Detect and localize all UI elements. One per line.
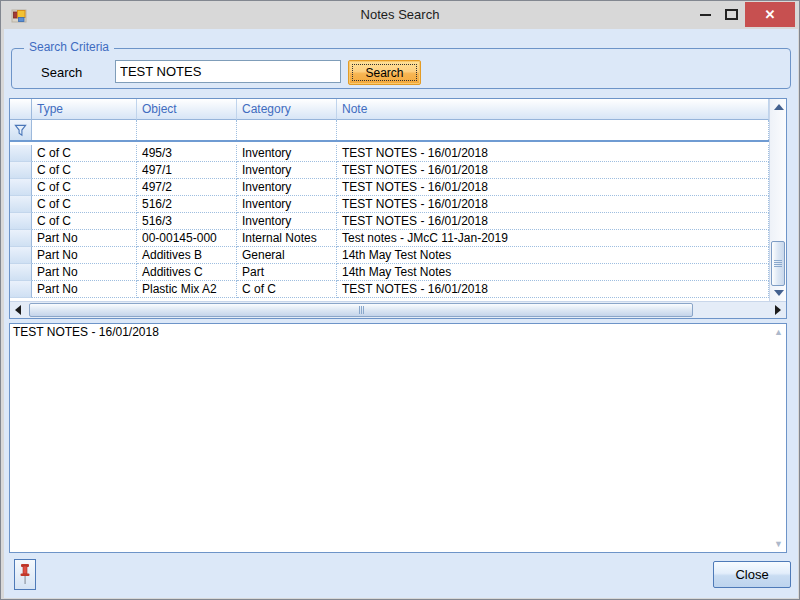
vertical-scrollbar[interactable] <box>769 99 786 301</box>
maximize-button[interactable] <box>718 1 744 27</box>
cell-category[interactable]: Inventory <box>237 213 337 230</box>
column-header-object[interactable]: Object <box>137 99 237 120</box>
cell-note[interactable]: 14th May Test Notes <box>337 247 769 264</box>
cell-type[interactable]: C of C <box>32 213 137 230</box>
filter-cell-category[interactable] <box>237 120 337 140</box>
row-selector[interactable] <box>10 179 32 196</box>
header-row-selector[interactable] <box>10 99 32 120</box>
search-button-label: Search <box>365 66 403 80</box>
cell-note[interactable]: 14th May Test Notes <box>337 264 769 281</box>
filter-cell-object[interactable] <box>137 120 237 140</box>
note-preview-text: TEST NOTES - 16/01/2018 <box>13 325 159 339</box>
cell-type[interactable]: Part No <box>32 281 137 298</box>
dialog-body: Search Criteria Search Search Type Objec… <box>4 29 798 598</box>
minimize-icon <box>700 14 711 16</box>
vertical-scroll-thumb[interactable] <box>771 241 785 286</box>
cell-note[interactable]: TEST NOTES - 16/01/2018 <box>337 179 769 196</box>
preview-scroll-up-icon[interactable]: ▲ <box>774 327 783 337</box>
scroll-right-button[interactable] <box>770 302 786 318</box>
column-header-category[interactable]: Category <box>237 99 337 120</box>
table-row[interactable]: C of C 497/1 Inventory TEST NOTES - 16/0… <box>10 162 769 179</box>
preview-scroll-down-icon[interactable]: ▼ <box>774 539 783 549</box>
grid-rows: C of C 495/3 Inventory TEST NOTES - 16/0… <box>10 145 769 298</box>
titlebar[interactable]: Notes Search ✕ <box>1 1 799 29</box>
note-preview-textarea[interactable]: TEST NOTES - 16/01/2018 ▲ ▼ <box>9 323 787 553</box>
cell-object[interactable]: Additives B <box>137 247 237 264</box>
cell-type[interactable]: C of C <box>32 145 137 162</box>
cell-type[interactable]: C of C <box>32 196 137 213</box>
cell-type[interactable]: C of C <box>32 162 137 179</box>
cell-type[interactable]: Part No <box>32 264 137 281</box>
cell-category[interactable]: General <box>237 247 337 264</box>
scroll-down-button[interactable] <box>770 285 787 301</box>
table-row[interactable]: Part No 00-00145-000 Internal Notes Test… <box>10 230 769 247</box>
filter-cell-note[interactable] <box>337 120 769 140</box>
column-header-note[interactable]: Note <box>337 99 769 120</box>
pin-button[interactable] <box>14 559 36 590</box>
row-selector[interactable] <box>10 145 32 162</box>
left-arrow-icon <box>15 305 21 315</box>
table-row[interactable]: Part No Additives B General 14th May Tes… <box>10 247 769 264</box>
table-row[interactable]: C of C 497/2 Inventory TEST NOTES - 16/0… <box>10 179 769 196</box>
horizontal-scrollbar[interactable] <box>10 301 786 318</box>
table-row[interactable]: C of C 495/3 Inventory TEST NOTES - 16/0… <box>10 145 769 162</box>
search-input[interactable] <box>115 60 341 83</box>
cell-note[interactable]: TEST NOTES - 16/01/2018 <box>337 213 769 230</box>
down-arrow-icon <box>774 290 784 296</box>
search-field-label: Search <box>41 65 82 80</box>
cell-category[interactable]: Inventory <box>237 196 337 213</box>
close-button[interactable]: Close <box>713 561 791 588</box>
cell-note[interactable]: TEST NOTES - 16/01/2018 <box>337 281 769 298</box>
cell-category[interactable]: Inventory <box>237 145 337 162</box>
cell-object[interactable]: 497/2 <box>137 179 237 196</box>
close-window-button[interactable]: ✕ <box>745 2 795 27</box>
cell-object[interactable]: 00-00145-000 <box>137 230 237 247</box>
scroll-up-button[interactable] <box>770 99 787 115</box>
grid-filter-row <box>10 120 769 142</box>
cell-note[interactable]: TEST NOTES - 16/01/2018 <box>337 145 769 162</box>
cell-object[interactable]: Plastic Mix A2 <box>137 281 237 298</box>
cell-category[interactable]: Internal Notes <box>237 230 337 247</box>
cell-object[interactable]: 495/3 <box>137 145 237 162</box>
search-criteria-label: Search Criteria <box>24 40 114 54</box>
close-icon: ✕ <box>765 7 776 22</box>
maximize-icon <box>725 9 738 20</box>
row-selector[interactable] <box>10 196 32 213</box>
grid-header-row: Type Object Category Note <box>10 99 769 120</box>
cell-object[interactable]: 497/1 <box>137 162 237 179</box>
minimize-button[interactable] <box>695 1 717 27</box>
cell-object[interactable]: 516/2 <box>137 196 237 213</box>
search-button[interactable]: Search <box>348 60 421 85</box>
cell-type[interactable]: Part No <box>32 247 137 264</box>
scroll-left-button[interactable] <box>10 302 26 318</box>
cell-object[interactable]: Additives C <box>137 264 237 281</box>
cell-category[interactable]: Inventory <box>237 179 337 196</box>
cell-note[interactable]: TEST NOTES - 16/01/2018 <box>337 196 769 213</box>
cell-type[interactable]: Part No <box>32 230 137 247</box>
row-selector[interactable] <box>10 230 32 247</box>
table-row[interactable]: Part No Plastic Mix A2 C of C TEST NOTES… <box>10 281 769 298</box>
column-header-type[interactable]: Type <box>32 99 137 120</box>
table-row[interactable]: C of C 516/3 Inventory TEST NOTES - 16/0… <box>10 213 769 230</box>
results-grid: Type Object Category Note C <box>9 98 787 319</box>
row-selector[interactable] <box>10 247 32 264</box>
cell-category[interactable]: Part <box>237 264 337 281</box>
cell-category[interactable]: Inventory <box>237 162 337 179</box>
cell-note[interactable]: Test notes - JMcC 11-Jan-2019 <box>337 230 769 247</box>
red-pushpin-icon <box>18 563 32 587</box>
table-row[interactable]: Part No Additives C Part 14th May Test N… <box>10 264 769 281</box>
up-arrow-icon <box>774 104 784 110</box>
filter-row-selector[interactable] <box>10 120 32 140</box>
row-selector[interactable] <box>10 162 32 179</box>
cell-type[interactable]: C of C <box>32 179 137 196</box>
filter-cell-type[interactable] <box>32 120 137 140</box>
row-selector[interactable] <box>10 264 32 281</box>
cell-category[interactable]: C of C <box>237 281 337 298</box>
cell-object[interactable]: 516/3 <box>137 213 237 230</box>
window-title: Notes Search <box>1 1 799 29</box>
row-selector[interactable] <box>10 213 32 230</box>
horizontal-scroll-thumb[interactable] <box>29 303 693 317</box>
cell-note[interactable]: TEST NOTES - 16/01/2018 <box>337 162 769 179</box>
row-selector[interactable] <box>10 281 32 298</box>
table-row[interactable]: C of C 516/2 Inventory TEST NOTES - 16/0… <box>10 196 769 213</box>
